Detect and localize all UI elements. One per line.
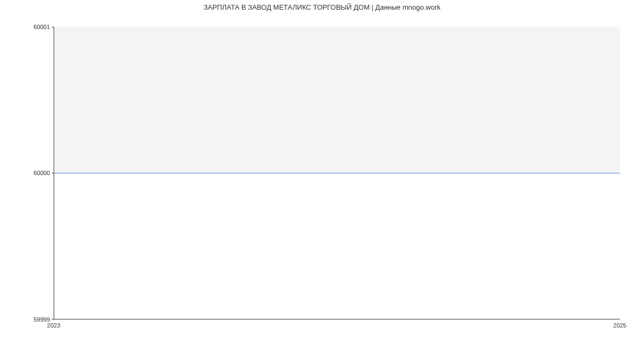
y-tick-label: 60000	[18, 170, 50, 176]
y-tick-label: 60001	[18, 24, 50, 30]
chart-title: ЗАРПЛАТА В ЗАВОД МЕТАЛИКС ТОРГОВЫЙ ДОМ |…	[0, 3, 644, 11]
y-tick-mark	[52, 319, 54, 319]
plot-area	[54, 27, 620, 319]
y-tick-label: 59999	[18, 316, 50, 323]
x-tick-label: 2023	[47, 322, 60, 329]
data-line	[54, 173, 620, 173]
chart-container: ЗАРПЛАТА В ЗАВОД МЕТАЛИКС ТОРГОВЫЙ ДОМ |…	[0, 0, 644, 349]
x-tick-label: 2025	[613, 322, 626, 329]
area-fill	[54, 27, 620, 173]
